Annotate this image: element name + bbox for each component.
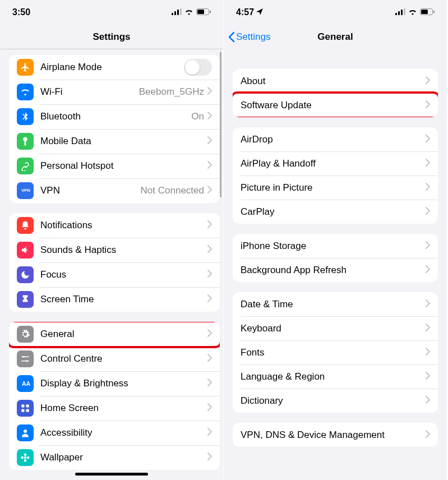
row-label: Software Update [241,100,426,111]
svg-rect-23 [395,13,397,15]
scroll-indicator[interactable] [220,52,221,197]
location-icon [256,7,263,17]
row-label: VPN, DNS & Device Management [241,430,426,441]
svg-rect-24 [398,11,400,15]
row-mobile-data[interactable]: Mobile Data [9,129,220,154]
row-notifications[interactable]: Notifications [9,213,220,238]
row-fonts[interactable]: Fonts [233,340,438,364]
row-wallpaper[interactable]: Wallpaper [9,445,220,470]
status-bar: 4:57 [224,0,447,25]
svg-point-20 [24,459,27,462]
svg-text:VPN: VPN [21,188,30,193]
row-label: Bluetooth [40,111,191,122]
flower-icon [17,449,34,466]
back-label: Settings [236,31,270,43]
row-wi-fi[interactable]: Wi-FiBeebom_5GHz [9,80,220,104]
general-content[interactable]: AboutSoftware UpdateAirDropAirPlay & Han… [224,49,447,480]
row-label: Notifications [40,220,207,231]
row-label: AirDrop [241,134,426,145]
row-accessibility[interactable]: Accessibility [9,421,220,445]
svg-rect-2 [177,10,179,15]
row-label: Sounds & Haptics [40,244,207,256]
row-sounds-haptics[interactable]: Sounds & Haptics [9,238,220,262]
chevron-right-icon [207,270,212,280]
svg-rect-11 [21,361,29,362]
row-keyboard[interactable]: Keyboard [233,316,438,340]
row-label: Airplane Mode [40,62,184,73]
back-button[interactable]: Settings [228,31,270,43]
row-label: Date & Time [241,299,426,310]
chevron-right-icon [207,428,212,438]
row-airplay-handoff[interactable]: AirPlay & Handoff [233,151,438,176]
row-general[interactable]: General [9,322,220,347]
row-focus[interactable]: Focus [9,262,220,287]
settings-group: Date & TimeKeyboardFontsLanguage & Regio… [233,292,438,413]
svg-point-19 [24,454,27,456]
row-bluetooth[interactable]: BluetoothOn [9,104,220,129]
toggle-airplane-mode[interactable] [184,59,212,76]
row-personal-hotspot[interactable]: Personal Hotspot [9,154,220,178]
chevron-right-icon [426,396,430,406]
row-label: About [241,76,426,87]
settings-group: NotificationsSounds & HapticsFocusScreen… [9,213,220,312]
row-control-centre[interactable]: Control Centre [9,347,220,371]
settings-screen: 3:50 Settings Airplane ModeWi-FiBeebom_5… [0,0,224,480]
row-background-app-refresh[interactable]: Background App Refresh [233,258,438,282]
svg-rect-1 [174,11,176,15]
svg-rect-15 [21,409,24,412]
row-label: VPN [40,185,141,196]
hourglass-icon [17,291,34,308]
row-dictionary[interactable]: Dictionary [233,389,438,413]
settings-content[interactable]: Airplane ModeWi-FiBeebom_5GHzBluetoothOn… [0,49,223,480]
svg-rect-29 [433,11,435,13]
row-date-time[interactable]: Date & Time [233,292,438,316]
bluetooth-icon [17,108,34,125]
grid-icon [17,400,34,417]
chevron-right-icon [426,299,430,310]
speaker-icon [17,242,34,259]
row-label: Control Centre [40,353,207,364]
row-label: Screen Time [40,294,207,305]
chevron-right-icon [426,183,430,193]
row-carplay[interactable]: CarPlay [233,200,438,224]
row-screen-time[interactable]: Screen Time [9,287,220,312]
home-indicator[interactable] [75,473,148,476]
svg-rect-25 [401,10,403,15]
row-label: Background App Refresh [241,265,426,276]
row-label: Display & Brightness [40,378,207,389]
chevron-right-icon [426,100,430,110]
row-vpn[interactable]: VPNVPNNot Connected [9,178,220,203]
row-home-screen[interactable]: Home Screen [9,396,220,421]
chevron-right-icon [426,348,430,358]
row-airdrop[interactable]: AirDrop [233,127,438,151]
svg-rect-26 [404,8,405,15]
chevron-right-icon [207,220,212,230]
chevron-right-icon [207,161,212,171]
wifi-icon [17,84,34,100]
row-picture-in-picture[interactable]: Picture in Picture [233,176,438,200]
row-label: Language & Region [241,371,426,382]
chevron-right-icon [426,159,430,169]
settings-group: iPhone StorageBackground App Refresh [233,234,438,282]
chevron-right-icon [426,324,430,334]
row-iphone-storage[interactable]: iPhone Storage [233,234,438,258]
row-label: Home Screen [40,403,207,414]
chevron-right-icon [426,76,430,86]
row-software-update[interactable]: Software Update [233,93,438,117]
svg-rect-13 [21,404,24,407]
row-label: Focus [40,269,207,280]
svg-point-21 [21,456,24,459]
row-label: CarPlay [241,206,426,218]
chevron-right-icon [207,329,212,339]
row-display-brightness[interactable]: AADisplay & Brightness [9,371,220,396]
chevron-right-icon [207,87,212,97]
row-vpn-dns-device-management[interactable]: VPN, DNS & Device Management [233,423,438,447]
settings-group: VPN, DNS & Device Management [233,423,438,447]
svg-rect-6 [210,11,211,13]
row-language-region[interactable]: Language & Region [233,364,438,389]
svg-rect-3 [180,8,182,15]
row-airplane-mode[interactable]: Airplane Mode [9,55,220,80]
row-about[interactable]: About [233,69,438,93]
chevron-right-icon [207,379,212,389]
battery-icon [420,7,435,17]
